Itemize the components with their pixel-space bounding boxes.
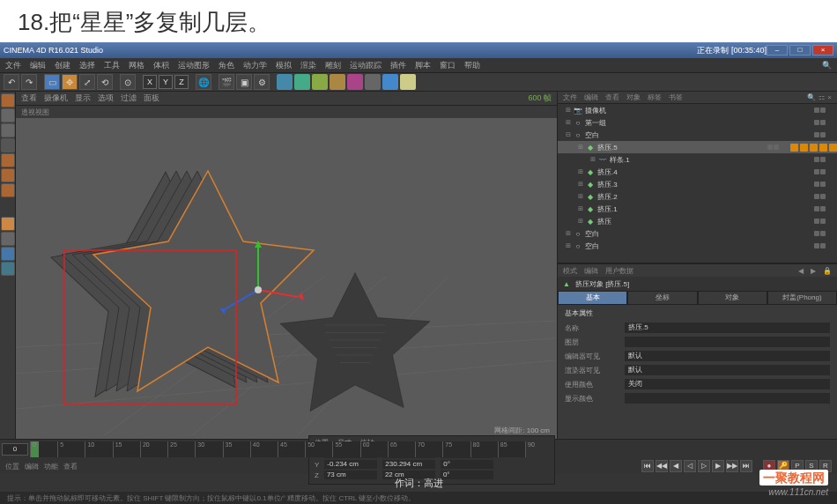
expand-toggle-icon[interactable]: ⊞ xyxy=(566,119,571,126)
move-tool[interactable]: ✥ xyxy=(62,74,78,90)
expand-toggle-icon[interactable]: ⊞ xyxy=(578,205,583,212)
attr-tab-基本[interactable]: 基本 xyxy=(558,291,627,305)
polygon-mode-button[interactable] xyxy=(1,183,15,197)
play-backward-button[interactable]: ◁ xyxy=(684,460,696,472)
select-tool[interactable]: ▭ xyxy=(44,74,60,90)
object-row-空白[interactable]: ⊟○空白 xyxy=(558,129,837,141)
scale-tool[interactable]: ⤢ xyxy=(79,74,95,90)
goto-start-button[interactable]: ⏮ xyxy=(641,460,654,472)
filter-icon[interactable]: ⚏ xyxy=(818,93,825,101)
attr-nav-back-icon[interactable]: ◀ xyxy=(798,267,804,275)
render-view-button[interactable]: 🎬 xyxy=(219,74,234,90)
object-row-样条.1[interactable]: ⊞〰样条.1 xyxy=(558,153,837,166)
camera-button[interactable] xyxy=(382,74,398,90)
array-button[interactable] xyxy=(330,74,345,90)
attr-field-value[interactable]: 默认 xyxy=(625,365,830,375)
objmgr-menu-书签[interactable]: 书签 xyxy=(669,93,683,102)
make-editable-button[interactable] xyxy=(1,93,15,107)
goto-end-button[interactable]: ⏭ xyxy=(740,460,752,472)
environment-button[interactable] xyxy=(365,74,381,90)
menu-工具[interactable]: 工具 xyxy=(104,60,120,71)
attr-menu-用户数据[interactable]: 用户数据 xyxy=(605,266,633,276)
expand-toggle-icon[interactable]: ⊞ xyxy=(566,107,571,114)
menu-渲染[interactable]: 渲染 xyxy=(300,60,316,71)
axis-x-toggle[interactable]: X xyxy=(143,75,157,89)
object-row-挤压.5[interactable]: ⊞◆挤压.5 xyxy=(558,141,837,153)
menu-文件[interactable]: 文件 xyxy=(5,60,21,71)
spline-button[interactable] xyxy=(294,74,310,90)
perspective-viewport[interactable]: 网格间距: 100 cm xyxy=(16,118,557,439)
object-row-第一组[interactable]: ⊞○第一组 xyxy=(558,116,837,129)
visibility-dots[interactable] xyxy=(814,194,826,199)
prev-frame-button[interactable]: ◀ xyxy=(670,460,682,472)
object-row-挤压.2[interactable]: ⊞◆挤压.2 xyxy=(558,190,837,203)
menu-窗口[interactable]: 窗口 xyxy=(440,60,456,71)
viewmenu-面板[interactable]: 面板 xyxy=(144,93,159,104)
menu-脚本[interactable]: 脚本 xyxy=(415,60,431,71)
attr-menu-模式[interactable]: 模式 xyxy=(563,266,577,276)
attr-field-value[interactable]: 关闭 xyxy=(625,379,830,389)
attr-field-value[interactable] xyxy=(625,393,830,404)
material-tab-查看[interactable]: 查看 xyxy=(63,462,78,471)
snap-button[interactable] xyxy=(1,217,15,231)
visibility-dots[interactable] xyxy=(814,169,826,174)
viewmenu-过滤[interactable]: 过滤 xyxy=(121,93,137,104)
attr-tab-坐标[interactable]: 坐标 xyxy=(627,291,697,305)
expand-toggle-icon[interactable]: ⊞ xyxy=(578,218,583,225)
object-tag-icon[interactable] xyxy=(819,144,827,152)
visibility-dots[interactable] xyxy=(814,120,826,125)
close-panel-icon[interactable]: × xyxy=(827,93,832,101)
attr-lock-icon[interactable]: 🔒 xyxy=(823,267,832,275)
minimize-button[interactable]: – xyxy=(767,45,788,56)
coord-rot-input[interactable]: 0° xyxy=(441,471,493,479)
deformer-button[interactable] xyxy=(347,74,363,90)
coord-system-button[interactable]: 🌐 xyxy=(196,74,211,90)
menu-选择[interactable]: 选择 xyxy=(79,60,95,71)
search-icon[interactable]: 🔍 xyxy=(807,93,816,101)
cube-primitive-button[interactable] xyxy=(277,74,293,90)
expand-toggle-icon[interactable]: ⊞ xyxy=(590,156,596,163)
attr-field-value[interactable]: 挤压.5 xyxy=(625,322,830,333)
visibility-dots[interactable] xyxy=(814,182,826,187)
menu-模拟[interactable]: 模拟 xyxy=(276,60,292,71)
timeline[interactable]: 051015202530354045505560657075808590 xyxy=(0,439,837,458)
visibility-dots[interactable] xyxy=(814,243,826,248)
object-tag-icon[interactable] xyxy=(800,144,808,152)
objmgr-menu-标签[interactable]: 标签 xyxy=(648,93,662,102)
next-key-button[interactable]: ▶▶ xyxy=(726,460,738,472)
objmgr-menu-查看[interactable]: 查看 xyxy=(605,93,619,102)
nurbs-button[interactable] xyxy=(312,74,328,90)
expand-toggle-icon[interactable]: ⊞ xyxy=(566,242,571,249)
visibility-dots[interactable] xyxy=(767,145,779,150)
menu-运动跟踪[interactable]: 运动跟踪 xyxy=(350,60,381,71)
expand-toggle-icon[interactable]: ⊞ xyxy=(566,230,571,237)
visibility-dots[interactable] xyxy=(814,231,826,236)
expand-toggle-icon[interactable]: ⊟ xyxy=(566,131,571,138)
viewmenu-查看[interactable]: 查看 xyxy=(21,93,37,104)
visibility-dots[interactable] xyxy=(814,157,826,162)
object-row-空白[interactable]: ⊞○空白 xyxy=(558,227,837,240)
axis-z-toggle[interactable]: Z xyxy=(174,75,189,89)
visibility-dots[interactable] xyxy=(814,132,826,137)
expand-toggle-icon[interactable]: ⊞ xyxy=(578,168,583,175)
tweak-button[interactable] xyxy=(1,262,15,276)
attr-nav-fwd-icon[interactable]: ▶ xyxy=(811,267,816,275)
workplane-button[interactable] xyxy=(1,138,15,152)
object-row-摄像机[interactable]: ⊞📷摄像机 xyxy=(558,104,837,116)
material-tab-编辑[interactable]: 编辑 xyxy=(25,462,39,471)
objmgr-menu-编辑[interactable]: 编辑 xyxy=(584,93,598,102)
expand-toggle-icon[interactable]: ⊞ xyxy=(578,144,583,151)
attr-field-value[interactable]: 默认 xyxy=(625,351,830,361)
object-row-空白[interactable]: ⊞○空白 xyxy=(558,240,837,252)
coord-pos-input[interactable]: -0.234 cm xyxy=(324,460,377,469)
menu-雕刻[interactable]: 雕刻 xyxy=(325,60,341,71)
viewmenu-选项[interactable]: 选项 xyxy=(98,93,114,104)
texture-mode-button[interactable] xyxy=(1,123,15,137)
recent-tool[interactable]: ⊙ xyxy=(120,74,136,90)
expand-toggle-icon[interactable]: ⊞ xyxy=(578,181,583,188)
menu-动力学[interactable]: 动力学 xyxy=(243,60,267,71)
object-manager[interactable]: ⊞📷摄像机⊞○第一组⊟○空白⊞◆挤压.5⊞〰样条.1⊞◆挤压.4⊞◆挤压.3⊞◆… xyxy=(558,104,837,263)
timeline-ruler[interactable]: 051015202530354045505560657075808590 xyxy=(30,441,525,457)
edge-mode-button[interactable] xyxy=(1,168,15,182)
attr-menu-编辑[interactable]: 编辑 xyxy=(584,266,598,276)
